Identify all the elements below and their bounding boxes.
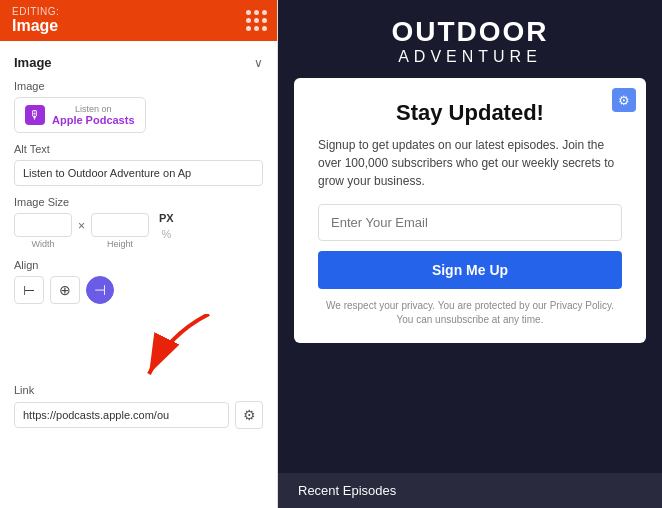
email-input[interactable] [318,204,622,241]
card-area: ⚙ Stay Updated! Signup to get updates on… [278,78,662,473]
listen-on-text: Listen on [52,104,135,114]
editing-label: EDITING: [12,6,59,17]
align-right-button[interactable]: ⊣ [86,276,114,304]
site-title-sub: ADVENTURE [298,48,642,66]
apple-podcasts-text: Apple Podcasts [52,114,135,126]
align-row: ⊢ ⊕ ⊣ [14,276,263,304]
height-input[interactable] [91,213,149,237]
site-title-main: OUTDOOR [298,18,642,46]
image-size-label: Image Size [14,196,263,208]
podcast-icon: 🎙 [25,105,45,125]
section-title: Image [14,55,52,70]
recent-episodes-label: Recent Episodes [298,483,396,498]
image-preview-button[interactable]: 🎙 Listen on Apple Podcasts [14,97,146,133]
recent-episodes-bar: Recent Episodes [278,473,662,508]
height-label: Height [107,239,133,249]
signup-card: ⚙ Stay Updated! Signup to get updates on… [294,78,646,343]
card-title: Stay Updated! [318,100,622,126]
grid-icon[interactable] [246,10,267,31]
link-gear-button[interactable]: ⚙ [235,401,263,429]
privacy-text: We respect your privacy. You are protect… [318,299,622,327]
card-settings-button[interactable]: ⚙ [612,88,636,112]
align-label: Align [14,259,263,271]
link-label: Link [14,384,263,396]
left-panel: EDITING: Image Image ∨ Image 🎙 Listen on… [0,0,278,508]
alt-text-label: Alt Text [14,143,263,155]
px-unit-button[interactable]: PX [155,210,178,226]
width-input[interactable] [14,213,72,237]
signup-button[interactable]: Sign Me Up [318,251,622,289]
width-label: Width [31,239,54,249]
card-body-text: Signup to get updates on our latest epis… [318,136,622,190]
align-center-button[interactable]: ⊕ [50,276,80,304]
site-header: OUTDOOR ADVENTURE [278,0,662,78]
right-panel: OUTDOOR ADVENTURE ⚙ Stay Updated! Signup… [278,0,662,508]
chevron-down-icon[interactable]: ∨ [254,56,263,70]
editing-title: Image [12,17,58,34]
arrow-svg [129,314,229,384]
align-left-button[interactable]: ⊢ [14,276,44,304]
alt-text-input[interactable] [14,160,263,186]
times-sign: × [78,219,85,233]
link-row: ⚙ [14,401,263,429]
image-field-label: Image [14,80,263,92]
editing-header: EDITING: Image [0,0,277,41]
arrow-indicator [28,304,249,384]
image-section: Image ∨ Image 🎙 Listen on Apple Podcasts… [0,41,277,437]
percent-unit-button[interactable]: % [155,226,178,242]
link-input[interactable] [14,402,229,428]
